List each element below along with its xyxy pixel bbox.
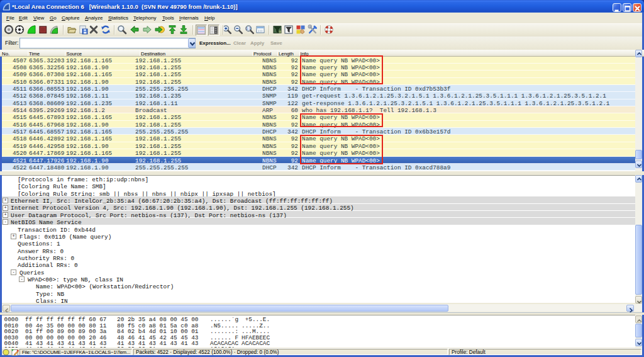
svg-text:1:1: 1:1 — [246, 26, 251, 30]
